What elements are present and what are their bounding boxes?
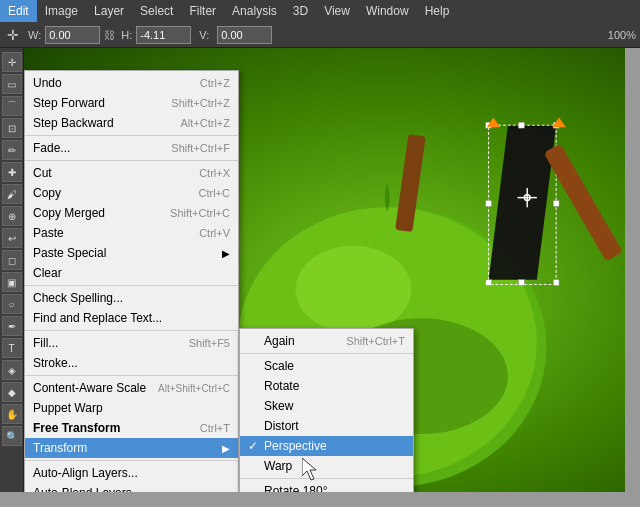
dodge-tool[interactable]: ○ (2, 294, 22, 314)
w-label: W: (28, 29, 41, 41)
sub-sep-1 (240, 353, 413, 354)
menu-copy-merged[interactable]: Copy Merged Shift+Ctrl+C (25, 203, 238, 223)
menu-fill[interactable]: Fill... Shift+F5 (25, 333, 238, 353)
menu-auto-align[interactable]: Auto-Align Layers... (25, 463, 238, 483)
options-toolbar: ✛ W: ⛓ H: V: 100% (0, 22, 640, 48)
h-input[interactable] (136, 26, 191, 44)
move-icon: ✛ (4, 27, 22, 43)
menu-copy[interactable]: Copy Ctrl+C (25, 183, 238, 203)
sep-5 (25, 375, 238, 376)
menu-bar: undo Edit Image Layer Select Filter Anal… (0, 0, 640, 22)
move-tool[interactable]: ✛ (2, 52, 22, 72)
submenu-scale[interactable]: Scale (240, 356, 413, 376)
v-input[interactable] (217, 26, 272, 44)
edit-menu: Undo Ctrl+Z Step Forward Shift+Ctrl+Z St… (24, 70, 239, 492)
sep-2 (25, 160, 238, 161)
width-group: W: ⛓ H: (26, 26, 191, 44)
submenu-again[interactable]: Again Shift+Ctrl+T (240, 331, 413, 351)
w-input[interactable] (45, 26, 100, 44)
submenu-rotate[interactable]: Rotate (240, 376, 413, 396)
sep-6 (25, 460, 238, 461)
svg-rect-11 (519, 122, 525, 128)
menu-auto-blend[interactable]: Auto-Blend Layers... (25, 483, 238, 492)
zoom-display: 100% (608, 29, 636, 41)
menu-layer[interactable]: Layer (86, 0, 132, 22)
svg-rect-10 (553, 280, 559, 286)
svg-point-2 (296, 246, 412, 333)
menu-image[interactable]: Image (37, 0, 86, 22)
canvas-area: Undo Ctrl+Z Step Forward Shift+Ctrl+Z St… (24, 48, 625, 492)
menu-filter[interactable]: Filter (181, 0, 224, 22)
sep-1 (25, 135, 238, 136)
sep-4 (25, 330, 238, 331)
tool-panel: ✛ ▭ ⌒ ⊡ ✏ ✚ 🖌 ⊕ ↩ ◻ ▣ ○ ✒ T ◈ ◆ ✋ 🔍 (0, 48, 24, 492)
svg-rect-12 (519, 280, 525, 286)
v-label: V: (199, 29, 209, 41)
pen-tool[interactable]: ✒ (2, 316, 22, 336)
chain-icon: ⛓ (104, 29, 115, 41)
menu-paste-special[interactable]: Paste Special ▶ (25, 243, 238, 263)
menu-window[interactable]: Window (358, 0, 417, 22)
menu-stroke[interactable]: Stroke... (25, 353, 238, 373)
menu-free-transform[interactable]: Free Transform Ctrl+T (25, 418, 238, 438)
menu-paste[interactable]: Paste Ctrl+V (25, 223, 238, 243)
crop-tool[interactable]: ⊡ (2, 118, 22, 138)
main-content: ✛ ▭ ⌒ ⊡ ✏ ✚ 🖌 ⊕ ↩ ◻ ▣ ○ ✒ T ◈ ◆ ✋ 🔍 (0, 48, 640, 492)
submenu-warp[interactable]: Warp (240, 456, 413, 476)
menu-analysis[interactable]: Analysis (224, 0, 285, 22)
h-label: H: (121, 29, 132, 41)
menu-check-spelling[interactable]: Check Spelling... (25, 288, 238, 308)
submenu-skew[interactable]: Skew (240, 396, 413, 416)
sep-3 (25, 285, 238, 286)
brush-tool[interactable]: 🖌 (2, 184, 22, 204)
type-tool[interactable]: T (2, 338, 22, 358)
svg-rect-13 (486, 201, 492, 207)
svg-rect-9 (486, 280, 492, 286)
transform-submenu: Again Shift+Ctrl+T Scale Rotate S (239, 328, 414, 492)
path-tool[interactable]: ◈ (2, 360, 22, 380)
menu-find-replace[interactable]: Find and Replace Text... (25, 308, 238, 328)
menu-transform[interactable]: Transform ▶ (25, 438, 238, 458)
right-scrollbar[interactable] (625, 48, 640, 492)
submenu-rotate-180[interactable]: Rotate 180° (240, 481, 413, 492)
menu-select[interactable]: Select (132, 0, 181, 22)
menu-3d[interactable]: 3D (285, 0, 316, 22)
menu-edit[interactable]: undo Edit (0, 0, 37, 22)
select-tool[interactable]: ▭ (2, 74, 22, 94)
menu-help[interactable]: Help (417, 0, 458, 22)
menu-fade[interactable]: Fade... Shift+Ctrl+F (25, 138, 238, 158)
bottom-scrollbar[interactable] (0, 492, 640, 507)
eraser-tool[interactable]: ◻ (2, 250, 22, 270)
lasso-tool[interactable]: ⌒ (2, 96, 22, 116)
svg-rect-14 (553, 201, 559, 207)
svg-marker-5 (489, 125, 557, 279)
menu-view[interactable]: View (316, 0, 358, 22)
clone-tool[interactable]: ⊕ (2, 206, 22, 226)
menu-step-backward[interactable]: Step Backward Alt+Ctrl+Z (25, 113, 238, 133)
menu-clear[interactable]: Clear (25, 263, 238, 283)
sub-sep-2 (240, 478, 413, 479)
menu-content-aware[interactable]: Content-Aware Scale Alt+Shift+Ctrl+C (25, 378, 238, 398)
zoom-tool[interactable]: 🔍 (2, 426, 22, 446)
shape-tool[interactable]: ◆ (2, 382, 22, 402)
menu-puppet-warp[interactable]: Puppet Warp (25, 398, 238, 418)
submenu-distort[interactable]: Distort (240, 416, 413, 436)
heal-tool[interactable]: ✚ (2, 162, 22, 182)
menu-cut[interactable]: Cut Ctrl+X (25, 163, 238, 183)
eyedropper-tool[interactable]: ✏ (2, 140, 22, 160)
gradient-tool[interactable]: ▣ (2, 272, 22, 292)
history-tool[interactable]: ↩ (2, 228, 22, 248)
menu-step-forward[interactable]: Step Forward Shift+Ctrl+Z (25, 93, 238, 113)
menu-undo[interactable]: Undo Ctrl+Z (25, 73, 238, 93)
submenu-perspective[interactable]: ✓ Perspective (240, 436, 413, 456)
hand-tool[interactable]: ✋ (2, 404, 22, 424)
